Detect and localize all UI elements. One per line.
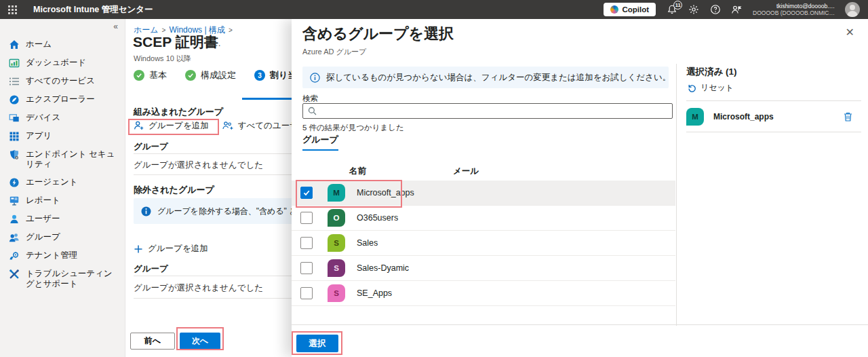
account-tenant: DOOOOB (DOOOOB.ONMIC… [753,10,835,16]
flyout-subtitle: Azure AD グループ [302,47,366,57]
group-name: Sales-Dyamic [357,263,409,273]
users-icon [9,214,20,225]
apps-icon [9,131,20,142]
plus-icon [134,244,143,254]
group-name: O365users [357,213,398,223]
tab-groups[interactable]: グループ [302,134,338,151]
group-row-sales-dyamic[interactable]: S Sales-Dyamic [292,256,675,281]
group-row-microsoft-apps[interactable]: M Microsoft_apps [292,181,675,206]
footer-divider [292,324,868,325]
sidebar-item-users[interactable]: ユーザー [0,210,125,228]
group-avatar: M [686,108,704,126]
step-basics[interactable]: 基本 [134,69,167,81]
group-avatar: M [328,184,345,202]
tenant-admin-icon [9,250,20,261]
agent-icon [9,177,20,188]
no-groups-text: グループが選択されませんでした [134,159,263,171]
checkbox-unchecked[interactable] [300,212,313,224]
checkbox-unchecked[interactable] [300,237,313,249]
flyout-title: 含めるグループを選択 [302,24,454,44]
group-name: Microsoft_apps [357,188,414,198]
sidebar-item-all-services[interactable]: すべてのサービス [0,72,125,90]
app-title: Microsoft Intune 管理センター [33,4,153,16]
sidebar-item-endpoint-security[interactable]: エンドポイント セキュリティ [0,145,125,173]
step-configuration[interactable]: 構成設定 [185,69,236,81]
selected-group-name: Microsoft_apps [713,112,774,121]
step-done-check-icon [185,70,196,81]
selected-group-item: M Microsoft_apps [686,100,861,132]
sidebar-item-home[interactable]: ホーム [0,35,125,54]
feedback-icon[interactable] [731,4,743,16]
page-title: SCEP 証明書 [133,33,218,52]
reports-icon [9,195,20,206]
checkbox-unchecked[interactable] [300,287,313,299]
included-groups-heading: 組み込まれたグループ [134,106,223,118]
search-hint-banner: 探しているものが見つからない場合は、フィルターの変更または追加をお試しください。 [302,67,669,88]
sidebar-item-groups[interactable]: グループ [0,228,125,246]
sidebar-item-explorer[interactable]: エクスプローラー [0,90,125,109]
step-done-check-icon [134,70,144,81]
reset-button[interactable]: リセット [688,82,734,94]
excluded-groups-heading: 除外されたグループ [134,184,214,196]
settings-gear-icon[interactable] [688,4,699,16]
copilot-button[interactable]: Copilot [604,3,656,16]
waffle-icon[interactable] [8,5,17,14]
name-column-header: 名前 [349,166,366,177]
groups-icon [9,232,20,243]
top-bar: Microsoft Intune 管理センター Copilot 11 tkish… [0,0,868,19]
remove-trash-icon[interactable] [843,111,853,122]
sidebar-item-reports[interactable]: レポート [0,191,125,210]
checkbox-unchecked[interactable] [300,262,313,274]
mail-column-header: メール [453,166,479,177]
breadcrumb-chevron-icon: > [229,26,233,34]
close-icon[interactable]: ✕ [846,27,854,38]
reset-undo-icon [688,83,696,92]
group-name: SE_Apps [357,288,392,298]
title-ellipsis-icon[interactable]: … [212,38,221,48]
sidebar-item-dashboard[interactable]: ダッシュボード [0,54,125,72]
page-subtitle: Windows 10 以降 [134,54,191,64]
selected-heading: 選択済み (1) [686,66,737,78]
wizard-steps: 基本 構成設定 3 割り当て [134,69,306,81]
sidebar-item-devices[interactable]: デバイス [0,109,125,127]
next-button[interactable]: 次へ [180,333,220,350]
previous-button[interactable]: 前へ [130,333,175,350]
notification-badge: 11 [673,1,682,10]
group-row-o365users[interactable]: O O365users [292,206,675,231]
checkbox-checked[interactable] [300,187,313,199]
sidebar-item-troubleshooting[interactable]: トラブルシューティングとサポート [0,265,125,293]
group-avatar: S [328,259,345,277]
results-count: 5 件の結果が見つかりました [302,123,404,133]
group-avatar: S [328,284,345,302]
sidebar-item-tenant-admin[interactable]: テナント管理 [0,246,125,265]
select-groups-flyout: 含めるグループを選択 Azure AD グループ ✕ 探しているものが見つからな… [292,19,868,357]
account-info[interactable]: tkishimoto@doooob.… DOOOOB (DOOOOB.ONMIC… [753,3,835,16]
add-group-link[interactable]: グループを追加 [134,243,208,255]
account-upn: tkishimoto@doooob.… [753,3,835,10]
group-name: Sales [357,238,378,248]
search-icon [308,107,317,115]
copilot-logo-icon [610,5,618,14]
sidebar-collapse-icon[interactable]: « [113,22,118,31]
explorer-icon [9,94,20,105]
all-services-icon [9,76,20,87]
group-row-sales[interactable]: S Sales [292,231,675,256]
people-add-icon [222,120,234,131]
select-button[interactable]: 選択 [296,335,338,352]
add-groups-button[interactable]: グループを追加 [134,120,209,132]
group-row-se-apps[interactable]: S SE_Apps [292,281,675,306]
sidebar-item-agent[interactable]: エージェント [0,173,125,191]
group-list: M Microsoft_apps O O365users S Sales S S… [292,181,675,306]
info-icon [310,73,320,83]
user-avatar[interactable] [845,2,860,17]
group-column-header: グループ [134,141,168,153]
group-column-header: グループ [134,263,168,275]
copilot-label: Copilot [622,5,649,14]
sidebar-item-apps[interactable]: アプリ [0,127,125,145]
search-box [302,103,673,119]
no-groups-text: グループが選択されませんでした [134,282,263,294]
step-number-badge: 3 [254,70,265,81]
help-icon[interactable] [709,4,721,16]
notifications-bell-icon[interactable]: 11 [666,4,677,16]
search-input[interactable] [320,107,667,116]
